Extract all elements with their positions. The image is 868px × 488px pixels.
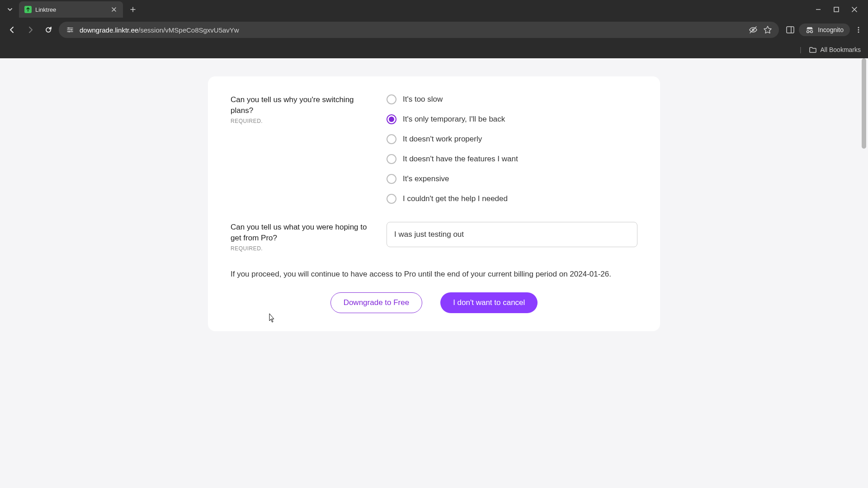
right-controls: Incognito: [782, 23, 863, 36]
browser-chrome: Linktree: [0, 0, 868, 58]
tab-bar: Linktree: [0, 0, 868, 19]
required-tag: REQUIRED.: [231, 245, 377, 252]
scrollbar-track[interactable]: [861, 58, 867, 488]
radio-circle[interactable]: [387, 94, 396, 104]
radio-label: It's expensive: [403, 174, 449, 183]
dont-cancel-button[interactable]: I don't want to cancel: [440, 292, 538, 313]
radio-option[interactable]: It's only temporary, I'll be back: [387, 114, 637, 124]
incognito-chip[interactable]: Incognito: [799, 23, 850, 36]
site-settings-icon[interactable]: [65, 25, 75, 35]
svg-point-10: [858, 32, 859, 33]
svg-rect-5: [787, 27, 794, 33]
radio-label: I couldn't get the help I needed: [403, 194, 508, 203]
svg-point-2: [71, 29, 72, 31]
address-bar[interactable]: downgrade.linktr.ee/session/vMSpeCo8Sgxv…: [59, 22, 779, 38]
close-icon[interactable]: [110, 6, 118, 13]
tab-favicon: [24, 6, 32, 13]
button-row: Downgrade to Free I don't want to cancel: [231, 292, 637, 313]
all-bookmarks-link[interactable]: All Bookmarks: [821, 46, 861, 53]
minimize-button[interactable]: [812, 3, 825, 16]
radio-circle[interactable]: [387, 134, 396, 144]
radio-option[interactable]: It doesn't work properly: [387, 134, 637, 144]
radio-dot: [389, 117, 394, 122]
radio-option[interactable]: It doesn't have the features I want: [387, 154, 637, 164]
url-text: downgrade.linktr.ee/session/vMSpeCo8Sgxv…: [80, 26, 744, 34]
question-1-label: Can you tell us why you're switching pla…: [231, 94, 377, 116]
close-window-button[interactable]: [848, 3, 861, 16]
scrollbar-thumb[interactable]: [862, 58, 866, 149]
question-2-label: Can you tell us what you were hoping to …: [231, 222, 377, 244]
bookmark-star-icon[interactable]: [763, 25, 773, 35]
folder-icon: [809, 46, 817, 54]
required-tag: REQUIRED.: [231, 118, 377, 124]
downgrade-button[interactable]: Downgrade to Free: [330, 292, 423, 313]
billing-notice: If you proceed, you will continue to hav…: [231, 270, 637, 279]
radio-circle[interactable]: [387, 154, 396, 164]
downgrade-form-card: Can you tell us why you're switching pla…: [208, 76, 660, 331]
radio-label: It doesn't have the features I want: [403, 155, 518, 164]
radio-circle[interactable]: [387, 194, 396, 204]
svg-point-1: [68, 28, 70, 29]
svg-point-3: [69, 31, 70, 33]
reason-radio-group: It's too slowIt's only temporary, I'll b…: [387, 94, 637, 204]
radio-circle[interactable]: [387, 114, 396, 124]
tab-title: Linktree: [35, 6, 107, 13]
side-panel-icon[interactable]: [785, 25, 795, 35]
svg-point-7: [811, 31, 813, 33]
radio-option[interactable]: It's too slow: [387, 94, 637, 104]
radio-option[interactable]: I couldn't get the help I needed: [387, 194, 637, 204]
menu-icon[interactable]: [854, 25, 863, 35]
bookmarks-bar: | All Bookmarks: [0, 41, 868, 58]
browser-tab[interactable]: Linktree: [19, 1, 123, 18]
radio-label: It's too slow: [403, 95, 443, 104]
tabs-dropdown[interactable]: [4, 3, 16, 16]
svg-rect-0: [834, 7, 839, 12]
radio-label: It doesn't work properly: [403, 135, 482, 144]
feedback-input[interactable]: [387, 222, 637, 247]
page-content: Can you tell us why you're switching pla…: [0, 58, 868, 488]
reload-button[interactable]: [41, 22, 56, 38]
radio-label: It's only temporary, I'll be back: [403, 115, 505, 124]
new-tab-button[interactable]: [127, 3, 139, 16]
window-controls: [812, 3, 868, 16]
eye-off-icon[interactable]: [748, 25, 758, 35]
radio-circle[interactable]: [387, 174, 396, 184]
question-2-row: Can you tell us what you were hoping to …: [231, 222, 637, 252]
question-1-row: Can you tell us why you're switching pla…: [231, 94, 637, 204]
svg-point-6: [807, 31, 809, 33]
svg-point-9: [858, 29, 859, 31]
radio-option[interactable]: It's expensive: [387, 174, 637, 184]
forward-button[interactable]: [23, 22, 38, 38]
incognito-label: Incognito: [818, 26, 844, 33]
svg-point-8: [858, 27, 859, 28]
back-button[interactable]: [5, 22, 20, 38]
maximize-button[interactable]: [830, 3, 843, 16]
address-bar-row: downgrade.linktr.ee/session/vMSpeCo8Sgxv…: [0, 19, 868, 41]
